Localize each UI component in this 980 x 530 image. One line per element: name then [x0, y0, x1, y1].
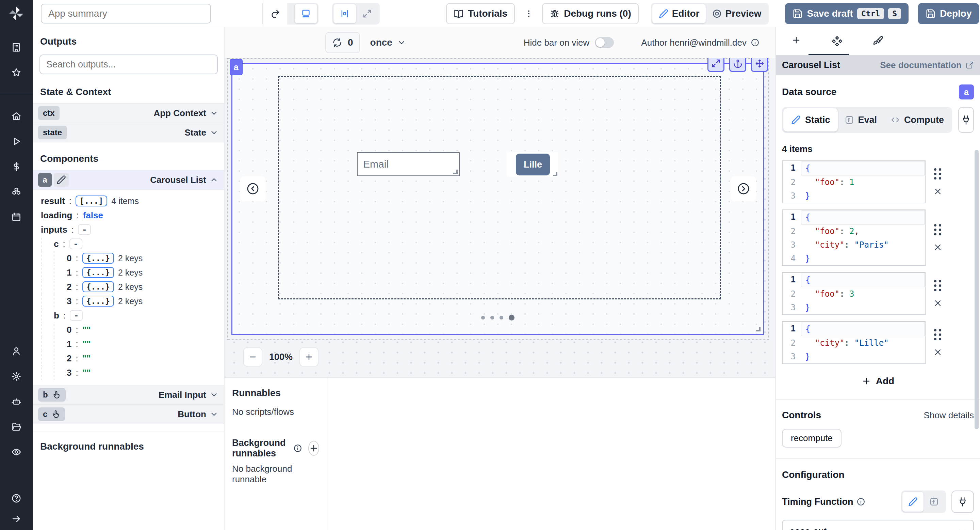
- chevron-down-icon[interactable]: [210, 410, 218, 418]
- scrollbar-thumb[interactable]: [975, 150, 978, 429]
- eval-mode-button[interactable]: [924, 497, 945, 506]
- full-width-button[interactable]: [356, 8, 379, 19]
- json-editor[interactable]: 1{2 "foo": 13}: [782, 160, 926, 203]
- tree-expand-chip[interactable]: {...}: [82, 281, 114, 292]
- arrow-right-icon[interactable]: [11, 514, 21, 524]
- remove-item-icon[interactable]: [933, 348, 942, 357]
- styling-tab[interactable]: [858, 35, 898, 47]
- redo-button[interactable]: [263, 3, 263, 24]
- remove-item-icon[interactable]: [933, 243, 942, 252]
- carousel-prev-button[interactable]: [240, 176, 266, 201]
- deploy-button[interactable]: Deploy: [918, 3, 979, 24]
- editor-tab[interactable]: Editor: [652, 4, 706, 23]
- email-input-cell[interactable]: Email: [357, 152, 460, 176]
- tree-row[interactable]: 3:{...}2 keys: [33, 294, 224, 308]
- email-input-component[interactable]: Email: [357, 152, 460, 176]
- insert-component-tab[interactable]: [776, 35, 817, 45]
- save-draft-button[interactable]: Save draft Ctrl S: [785, 3, 908, 24]
- tree-expand-chip[interactable]: -: [69, 238, 82, 249]
- app-canvas[interactable]: a Email Lille: [224, 58, 775, 377]
- timing-function-select[interactable]: ease-out: [782, 520, 974, 530]
- compute-mode-button[interactable]: Compute: [884, 115, 951, 125]
- connect-plug-button[interactable]: [951, 490, 974, 513]
- play-icon[interactable]: [11, 136, 21, 147]
- home-icon[interactable]: [11, 111, 21, 121]
- lille-button-component[interactable]: Lille: [516, 153, 550, 176]
- tutorials-button[interactable]: Tutorials: [446, 3, 515, 24]
- boxes-icon[interactable]: [11, 187, 21, 197]
- tree-row[interactable]: 0:"": [33, 322, 224, 337]
- tree-row[interactable]: inputs:-: [33, 222, 224, 237]
- chevron-down-icon[interactable]: [210, 390, 218, 399]
- component-b-row[interactable]: b Email Input: [33, 385, 224, 405]
- folder-icon[interactable]: [11, 422, 21, 432]
- json-editor[interactable]: 1{2 "city": "Lille"3}: [782, 321, 926, 364]
- chevron-down-icon[interactable]: [210, 109, 218, 118]
- hide-bar-toggle[interactable]: [595, 37, 614, 48]
- star-icon[interactable]: [11, 67, 21, 78]
- center-layout-button[interactable]: [334, 4, 356, 23]
- settings-tab[interactable]: [817, 35, 858, 47]
- anchor-button[interactable]: [729, 58, 746, 72]
- info-icon[interactable]: [751, 38, 759, 47]
- component-a-row[interactable]: a Carousel List: [33, 170, 224, 190]
- tree-expand-chip[interactable]: -: [78, 224, 91, 235]
- tree-row[interactable]: b:-: [33, 308, 224, 322]
- remove-item-icon[interactable]: [933, 187, 942, 196]
- drag-handle-icon[interactable]: [934, 329, 942, 340]
- component-id-tag[interactable]: a: [230, 59, 243, 75]
- refresh-count-button[interactable]: 0: [325, 32, 360, 53]
- windmill-logo[interactable]: [8, 5, 25, 22]
- eye-icon[interactable]: [11, 447, 21, 457]
- tree-row[interactable]: 1:"": [33, 337, 224, 351]
- tree-row[interactable]: c:-: [33, 237, 224, 251]
- rename-pencil-icon[interactable]: [54, 173, 69, 187]
- drag-handle-icon[interactable]: [934, 168, 942, 179]
- zoom-in-button[interactable]: [299, 347, 318, 367]
- help-icon[interactable]: [11, 493, 21, 503]
- building-icon[interactable]: [11, 42, 21, 53]
- remove-item-icon[interactable]: [933, 299, 942, 308]
- dollar-icon[interactable]: [11, 161, 21, 172]
- carousel-dot[interactable]: [509, 315, 514, 321]
- drag-handle-icon[interactable]: [934, 224, 942, 235]
- app-summary-input[interactable]: [41, 4, 211, 24]
- add-item-button[interactable]: Add: [782, 376, 974, 386]
- selected-carousel-component[interactable]: a Email Lille: [231, 63, 764, 335]
- connect-plug-button[interactable]: [958, 107, 974, 133]
- info-icon[interactable]: [293, 444, 302, 453]
- static-mode-button[interactable]: Static: [783, 108, 838, 131]
- move-button[interactable]: [751, 58, 768, 72]
- info-icon[interactable]: [856, 497, 865, 506]
- calendar-icon[interactable]: [11, 212, 21, 222]
- expand-button[interactable]: [708, 58, 724, 72]
- resize-handle-icon[interactable]: [553, 172, 557, 176]
- tree-row[interactable]: 2:"": [33, 351, 224, 366]
- tree-expand-chip[interactable]: [...]: [76, 196, 107, 206]
- button-cell[interactable]: Lille: [507, 152, 558, 177]
- json-editor[interactable]: 1{2 "foo": 33}: [782, 272, 926, 315]
- component-c-row[interactable]: c Button: [33, 404, 224, 424]
- json-editor[interactable]: 1{2 "foo": 2,3 "city": "Paris"4}: [782, 209, 926, 266]
- recompute-button[interactable]: recompute: [782, 429, 842, 448]
- zoom-out-button[interactable]: [243, 347, 262, 367]
- resize-handle-icon[interactable]: [453, 170, 458, 174]
- tree-row[interactable]: 3:"": [33, 366, 224, 380]
- static-mode-button[interactable]: [902, 492, 924, 512]
- bot-icon[interactable]: [11, 396, 21, 407]
- carousel-dot[interactable]: [500, 316, 503, 319]
- user-icon[interactable]: [11, 346, 21, 356]
- chevron-up-icon[interactable]: [210, 176, 218, 184]
- schedule-dropdown[interactable]: once: [370, 37, 406, 48]
- drag-handle-icon[interactable]: [934, 280, 942, 291]
- state-row[interactable]: state State: [33, 123, 224, 142]
- tree-expand-chip[interactable]: -: [70, 310, 83, 321]
- search-outputs-input[interactable]: [40, 54, 218, 74]
- gear-icon[interactable]: [11, 371, 21, 382]
- eval-mode-button[interactable]: Eval: [838, 115, 884, 125]
- see-documentation-link[interactable]: See documentation: [880, 60, 974, 70]
- preview-tab[interactable]: Preview: [706, 8, 768, 19]
- tree-row[interactable]: 0:{...}2 keys: [33, 251, 224, 265]
- tree-row[interactable]: result:[...]4 items: [33, 194, 224, 208]
- tree-row[interactable]: 2:{...}2 keys: [33, 279, 224, 294]
